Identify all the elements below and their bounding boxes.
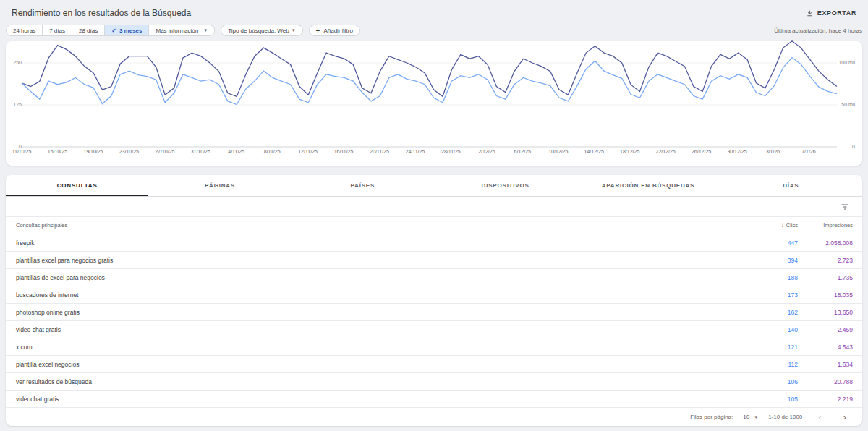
impresiones-line xyxy=(22,41,837,97)
table-toolbar xyxy=(6,197,862,217)
line-chart[interactable]: 0125250050 mil100 mil11/10/2515/10/2519/… xyxy=(6,41,862,166)
clicks-cell: 106 xyxy=(754,378,798,385)
table-header-row: Consultas principales ↓Clics Impresiones xyxy=(6,217,862,234)
impressions-cell: 2.723 xyxy=(798,257,853,264)
x-axis-tick: 10/12/25 xyxy=(548,149,568,154)
x-axis-tick: 22/12/25 xyxy=(655,149,675,154)
query-cell: plantillas de excel para negocios xyxy=(16,274,754,281)
x-axis-tick: 30/12/25 xyxy=(727,149,746,154)
chip-label: Más información xyxy=(156,27,198,34)
chevron-down-icon: ▼ xyxy=(292,28,296,33)
chip-label: 28 días xyxy=(79,27,98,34)
column-header-clicks[interactable]: ↓Clics xyxy=(754,222,798,229)
add-filter-label: Añadir filtro xyxy=(323,27,352,34)
table-row[interactable]: videochat gratis1052.219 xyxy=(6,391,862,408)
query-cell: ver resultados de búsqueda xyxy=(16,378,754,385)
x-axis-tick: 16/11/25 xyxy=(334,149,354,154)
dimension-tabs: CONSULTASPÁGINASPAÍSESDISPOSITIVOSAPARIC… xyxy=(6,175,862,197)
sort-desc-icon: ↓ xyxy=(781,222,784,229)
x-axis-tick: 7/1/26 xyxy=(801,149,815,154)
date-range-28-días[interactable]: 28 días xyxy=(72,25,105,35)
impressions-cell: 4.543 xyxy=(798,343,853,351)
more-info-dropdown[interactable]: Más información▼ xyxy=(149,25,214,35)
table-row[interactable]: freepik4472.058.008 xyxy=(6,234,862,252)
previous-page-button[interactable]: ‹ xyxy=(812,411,827,422)
query-cell: freepik xyxy=(16,239,754,247)
clicks-cell: 112 xyxy=(754,361,798,368)
impressions-cell: 18.035 xyxy=(798,291,853,299)
impressions-cell: 2.459 xyxy=(798,326,853,333)
date-range-24-horas[interactable]: 24 horas xyxy=(7,25,43,35)
table-row[interactable]: ver resultados de búsqueda10620.788 xyxy=(6,373,862,391)
tab-días[interactable]: DÍAS xyxy=(720,175,862,196)
add-filter-chip[interactable]: + Añadir filtro xyxy=(309,25,360,36)
x-axis-tick: 24/11/25 xyxy=(406,149,425,154)
tab-países[interactable]: PAÍSES xyxy=(292,175,434,196)
x-axis-tick: 4/11/25 xyxy=(228,149,244,154)
x-axis-tick: 23/10/25 xyxy=(119,149,139,154)
x-axis-tick: 15/10/25 xyxy=(48,149,67,154)
query-cell: buscadores de internet xyxy=(16,291,754,299)
filter-list-icon[interactable] xyxy=(841,202,849,211)
rows-per-page-select[interactable]: 10 ▼ xyxy=(743,414,758,420)
impressions-cell: 1.634 xyxy=(798,361,853,368)
clicks-cell: 105 xyxy=(754,396,798,403)
tab-páginas[interactable]: PÁGINAS xyxy=(148,175,291,196)
clicks-cell: 140 xyxy=(754,326,798,333)
rows-per-page-label: Filas por página: xyxy=(690,414,733,420)
rows-per-page-value: 10 xyxy=(743,414,749,420)
table-body: freepik4472.058.008plantillas excel para… xyxy=(6,234,862,408)
x-axis-tick: 20/11/25 xyxy=(370,149,389,154)
y-axis-right-tick: 100 mil xyxy=(826,60,855,65)
query-cell: videochat gratis xyxy=(16,396,754,403)
date-range-3-meses[interactable]: ✓3 meses xyxy=(105,25,149,35)
table-row[interactable]: buscadores de internet17318.035 xyxy=(6,286,862,304)
table-row[interactable]: plantilla excel negocios1121.634 xyxy=(6,356,862,373)
clicks-cell: 188 xyxy=(754,274,798,281)
export-button[interactable]: EXPORTAR xyxy=(801,7,861,20)
x-axis-tick: 2/12/25 xyxy=(478,149,495,154)
x-axis-tick: 27/10/25 xyxy=(155,149,174,154)
table-row[interactable]: x.com1214.543 xyxy=(6,338,862,356)
y-axis-left-tick: 125 xyxy=(6,102,22,107)
table-row[interactable]: photoshop online gratis16213.650 xyxy=(6,304,862,321)
filter-bar: 24 horas7 días28 días✓3 mesesMás informa… xyxy=(6,25,862,36)
page-header: Rendimiento en los resultados de la Búsq… xyxy=(0,0,868,22)
chip-label: 7 días xyxy=(49,27,65,34)
dimensions-table-card: CONSULTASPÁGINASPAÍSESDISPOSITIVOSAPARIC… xyxy=(6,175,862,426)
check-icon: ✓ xyxy=(111,27,116,34)
clicks-cell: 394 xyxy=(754,257,798,264)
clicks-cell: 173 xyxy=(754,291,798,299)
query-cell: x.com xyxy=(16,343,754,351)
y-axis-right-tick: 50 mil xyxy=(826,102,855,107)
x-axis-tick: 19/10/25 xyxy=(83,149,103,154)
y-axis-left-tick: 250 xyxy=(6,60,22,65)
table-row[interactable]: plantillas de excel para negocios1881.73… xyxy=(6,269,862,286)
plus-icon: + xyxy=(316,27,320,35)
chart-canvas xyxy=(6,44,862,153)
column-header-queries[interactable]: Consultas principales xyxy=(16,222,754,229)
x-axis-tick: 8/11/25 xyxy=(264,149,281,154)
tab-aparición-en-búsquedas[interactable]: APARICIÓN EN BÚSQUEDAS xyxy=(576,175,719,196)
date-range-7-días[interactable]: 7 días xyxy=(43,25,72,35)
x-axis-tick: 6/12/25 xyxy=(514,149,531,154)
table-row[interactable]: video chat gratis1402.459 xyxy=(6,321,862,338)
search-type-filter-chip[interactable]: Tipo de búsqueda: Web ▼ xyxy=(221,25,302,36)
impressions-cell: 13.650 xyxy=(798,309,853,316)
chip-label: 24 horas xyxy=(13,27,35,34)
tab-consultas[interactable]: CONSULTAS xyxy=(6,175,148,196)
x-axis-tick: 18/12/25 xyxy=(620,149,639,154)
column-header-impressions[interactable]: Impresiones xyxy=(798,222,853,229)
chip-label: 3 meses xyxy=(119,27,142,34)
query-cell: plantilla excel negocios xyxy=(16,361,754,368)
table-row[interactable]: plantillas excel para negocios gratis394… xyxy=(6,252,862,269)
download-icon xyxy=(806,9,814,17)
query-cell: photoshop online gratis xyxy=(16,309,754,316)
table-footer: Filas por página: 10 ▼ 1-10 de 1000 ‹ › xyxy=(6,408,862,426)
y-axis-left-tick: 0 xyxy=(6,144,22,149)
next-page-button[interactable]: › xyxy=(838,411,852,422)
tab-dispositivos[interactable]: DISPOSITIVOS xyxy=(434,175,576,196)
x-axis-tick: 26/12/25 xyxy=(692,149,711,154)
clicks-cell: 121 xyxy=(754,343,798,351)
x-axis-tick: 11/10/25 xyxy=(12,149,32,154)
